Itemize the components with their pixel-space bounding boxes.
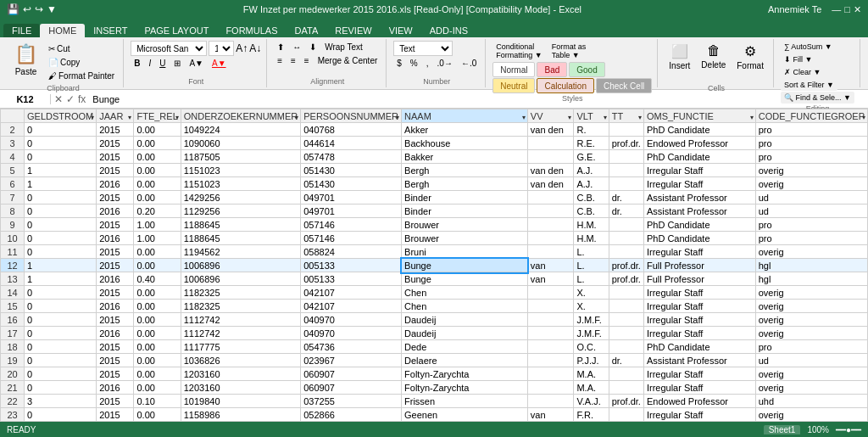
cell-N[interactable]: dr. bbox=[609, 354, 643, 367]
auto-sum-button[interactable]: ∑ AutoSum ▼ bbox=[781, 41, 836, 53]
cell-G[interactable]: 2015 bbox=[97, 340, 134, 354]
format-as-table-button[interactable]: Format asTable ▼ bbox=[548, 41, 590, 61]
style-normal[interactable]: Normal bbox=[492, 62, 535, 77]
cell-N[interactable] bbox=[609, 286, 643, 300]
cell-O[interactable]: Irregular Staff bbox=[643, 300, 755, 313]
cell-F[interactable]: 3 bbox=[25, 395, 97, 408]
cell-F[interactable]: 0 bbox=[25, 191, 97, 204]
cell-H[interactable]: 0.00 bbox=[134, 381, 181, 395]
cell-P[interactable]: overig bbox=[755, 286, 867, 300]
cell-O[interactable]: Endowed Professor bbox=[643, 395, 755, 408]
cell-G[interactable]: 2016 bbox=[97, 204, 134, 218]
cell-H[interactable]: 0.00 bbox=[134, 422, 181, 423]
cell-O[interactable]: Full Professor bbox=[643, 272, 755, 286]
cell-I[interactable]: 1203160 bbox=[181, 367, 300, 381]
fill-button[interactable]: ⬇ Fill ▼ bbox=[781, 53, 815, 65]
cell-H[interactable]: 0.00 bbox=[134, 150, 181, 164]
cell-G[interactable]: 2016 bbox=[97, 272, 134, 286]
cell-G[interactable]: 2015 bbox=[97, 286, 134, 300]
close-button[interactable]: ✕ bbox=[854, 4, 861, 15]
italic-button[interactable]: I bbox=[145, 57, 154, 70]
cell-H[interactable]: 0.00 bbox=[134, 367, 181, 381]
cell-J[interactable]: 049701 bbox=[301, 191, 402, 204]
table-row[interactable]: 9020151.001188645057146BrouwerH.M.PhD Ca… bbox=[1, 218, 868, 232]
cell-I[interactable]: 1006896 bbox=[181, 272, 300, 286]
cell-H[interactable]: 0.00 bbox=[134, 259, 181, 272]
cell-H[interactable]: 0.00 bbox=[134, 340, 181, 354]
cell-P[interactable]: overig bbox=[755, 177, 867, 191]
cell-F[interactable]: 0 bbox=[25, 232, 97, 245]
cell-M[interactable]: L. bbox=[574, 259, 609, 272]
cell-K[interactable]: Graca Pereira de Oliveira bbox=[402, 422, 528, 423]
cell-J[interactable]: 044614 bbox=[301, 137, 402, 150]
copy-button[interactable]: 📄Copy bbox=[45, 56, 118, 69]
cell-M[interactable]: F.R. bbox=[574, 408, 609, 422]
cell-M[interactable]: X. bbox=[574, 300, 609, 313]
cell-J[interactable]: 023967 bbox=[301, 354, 402, 367]
cell-K[interactable]: Brouwer bbox=[402, 232, 528, 245]
cell-F[interactable]: 0 bbox=[25, 340, 97, 354]
cell-O[interactable]: Irregular Staff bbox=[643, 327, 755, 340]
cell-J[interactable]: 054736 bbox=[301, 340, 402, 354]
cell-H[interactable]: 0.00 bbox=[134, 245, 181, 259]
tab-review[interactable]: REVIEW bbox=[326, 24, 380, 37]
cell-K[interactable]: Daudeij bbox=[402, 313, 528, 327]
cell-L[interactable]: van bbox=[527, 272, 574, 286]
table-row[interactable]: 21020160.001203160060907Foltyn-ZarychtaM… bbox=[1, 381, 868, 395]
currency-button[interactable]: $ bbox=[393, 57, 405, 70]
cell-I[interactable]: 1182325 bbox=[181, 286, 300, 300]
percent-button[interactable]: % bbox=[407, 57, 421, 70]
cell-N[interactable] bbox=[609, 232, 643, 245]
table-row[interactable]: 22320150.101019840037255FrissenV.A.J.pro… bbox=[1, 395, 868, 408]
align-top-button[interactable]: ⬆ bbox=[274, 41, 287, 53]
cell-P[interactable]: pro bbox=[755, 123, 867, 137]
cell-F[interactable]: 1 bbox=[25, 272, 97, 286]
cell-P[interactable]: pro bbox=[755, 340, 867, 354]
cell-G[interactable]: 2016 bbox=[97, 381, 134, 395]
cell-M[interactable]: R. bbox=[574, 123, 609, 137]
cell-F[interactable]: 1 bbox=[25, 259, 97, 272]
cell-I[interactable]: 1118130 bbox=[181, 422, 300, 423]
cell-J[interactable]: 051430 bbox=[301, 177, 402, 191]
redo-icon[interactable]: ↪ bbox=[35, 3, 43, 15]
cell-H[interactable]: 0.00 bbox=[134, 177, 181, 191]
cell-K[interactable]: Dede bbox=[402, 340, 528, 354]
cell-P[interactable]: pro bbox=[755, 232, 867, 245]
cell-P[interactable]: overig bbox=[755, 381, 867, 395]
cell-M[interactable]: H.M. bbox=[574, 218, 609, 232]
table-row[interactable]: 7020150.001429256049701BinderC.B.dr.Assi… bbox=[1, 191, 868, 204]
cell-O[interactable]: Assistant Professor bbox=[643, 354, 755, 367]
bold-button[interactable]: B bbox=[131, 57, 143, 70]
cell-K[interactable]: Frissen bbox=[402, 395, 528, 408]
cell-M[interactable]: G.E. bbox=[574, 150, 609, 164]
table-row[interactable]: 6120160.001151023051430Berghvan denA.J.I… bbox=[1, 177, 868, 191]
cell-M[interactable]: L. bbox=[574, 272, 609, 286]
save-icon[interactable]: 💾 bbox=[7, 3, 19, 15]
style-bad[interactable]: Bad bbox=[537, 62, 567, 77]
cell-I[interactable]: 1129256 bbox=[181, 204, 300, 218]
cell-M[interactable]: J.M.F. bbox=[574, 313, 609, 327]
cell-G[interactable]: 2015 bbox=[97, 422, 134, 423]
cell-J[interactable]: 057146 bbox=[301, 218, 402, 232]
cell-I[interactable]: 1019840 bbox=[181, 395, 300, 408]
cell-F[interactable]: 0 bbox=[25, 367, 97, 381]
align-center-button[interactable]: ≡ bbox=[287, 54, 299, 67]
cell-M[interactable]: J.M.F. bbox=[574, 327, 609, 340]
cell-G[interactable]: 2016 bbox=[97, 327, 134, 340]
cell-H[interactable]: 0.00 bbox=[134, 313, 181, 327]
cell-F[interactable]: 1 bbox=[25, 177, 97, 191]
col-header-N[interactable]: TT ▾ bbox=[609, 109, 643, 123]
cell-M[interactable]: H.M. bbox=[574, 232, 609, 245]
cell-G[interactable]: 2015 bbox=[97, 123, 134, 137]
tab-formulas[interactable]: FORMULAS bbox=[217, 24, 286, 37]
cell-I[interactable]: 1188645 bbox=[181, 218, 300, 232]
cell-H[interactable]: 0.00 bbox=[134, 164, 181, 177]
cell-P[interactable]: ud bbox=[755, 204, 867, 218]
col-header-J[interactable]: PERSOONSNUMMER ▾ bbox=[301, 109, 402, 123]
formula-input[interactable]: Bunge bbox=[89, 94, 868, 104]
table-row[interactable]: 5120150.001151023051430Berghvan denA.J.I… bbox=[1, 164, 868, 177]
cell-K[interactable]: Daudeij bbox=[402, 327, 528, 340]
table-row[interactable]: 3020150.001090060044614BackhouseR.E.prof… bbox=[1, 137, 868, 150]
table-row[interactable]: 14020150.001182325042107ChenX.Irregular … bbox=[1, 286, 868, 300]
cell-N[interactable]: prof.dr. bbox=[609, 137, 643, 150]
